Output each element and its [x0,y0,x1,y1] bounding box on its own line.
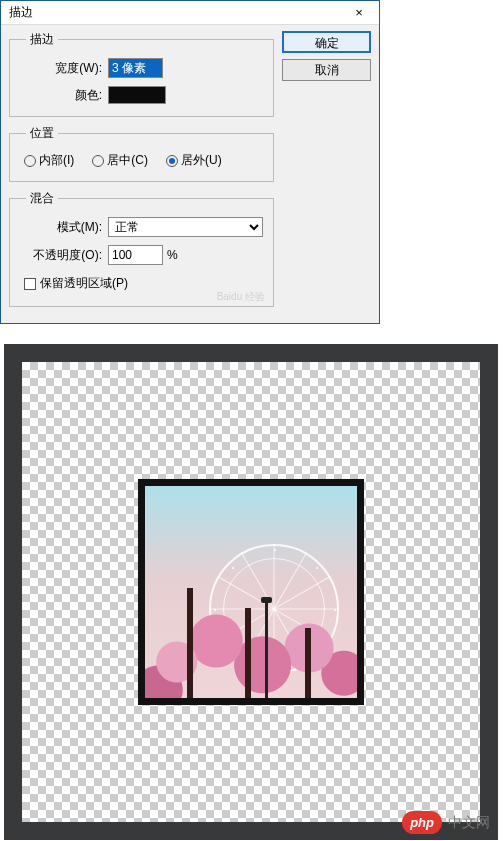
blend-group: 混合 模式(M): 正常 不透明度(O): % 保留透明区域(P) Baidu … [9,190,274,307]
radio-inside-label: 内部(I) [39,152,74,169]
stroke-dialog: 描边 × 描边 宽度(W): 颜色: 位置 内 [0,0,380,324]
image-tree-trunk [305,628,311,698]
radio-icon [92,155,104,167]
radio-icon [24,155,36,167]
stroked-image[interactable] [138,479,364,705]
opacity-unit: % [167,248,178,262]
radio-center-label: 居中(C) [107,152,148,169]
mode-row: 模式(M): 正常 [20,217,263,237]
position-legend: 位置 [26,125,58,142]
position-group: 位置 内部(I) 居中(C) 居外(U) [9,125,274,182]
footer-badge: php 中文网 [402,811,490,834]
dialog-right-column: 确定 取消 [282,31,371,315]
preserve-checkbox[interactable] [24,278,36,290]
opacity-input[interactable] [108,245,163,265]
radio-outside-label: 居外(U) [181,152,222,169]
preserve-row[interactable]: 保留透明区域(P) [20,273,263,294]
color-row: 颜色: [20,86,263,104]
radio-inside[interactable]: 内部(I) [24,152,74,169]
radio-outside[interactable]: 居外(U) [166,152,222,169]
close-button[interactable]: × [339,1,379,25]
radio-center[interactable]: 居中(C) [92,152,148,169]
canvas-checkerboard [22,362,480,822]
color-label: 颜色: [20,87,108,104]
color-swatch[interactable] [108,86,166,104]
stroke-legend: 描边 [26,31,58,48]
opacity-row: 不透明度(O): % [20,245,263,265]
canvas-viewport[interactable] [4,344,498,840]
cancel-button[interactable]: 取消 [282,59,371,81]
position-radio-row: 内部(I) 居中(C) 居外(U) [20,152,263,169]
footer-text: 中文网 [448,814,490,832]
image-blossoms [138,564,364,704]
ok-button[interactable]: 确定 [282,31,371,53]
image-tree-trunk [187,588,193,698]
titlebar[interactable]: 描边 × [1,1,379,25]
mode-select[interactable]: 正常 [108,217,263,237]
mode-label: 模式(M): [20,219,108,236]
radio-icon [166,155,178,167]
blend-legend: 混合 [26,190,58,207]
image-tree-trunk [245,608,251,698]
dialog-title: 描边 [9,4,339,21]
stroke-group: 描边 宽度(W): 颜色: [9,31,274,117]
opacity-label: 不透明度(O): [20,247,108,264]
dialog-left-column: 描边 宽度(W): 颜色: 位置 内部(I) [9,31,274,315]
image-lamp-post [265,603,268,698]
width-input[interactable] [108,58,163,78]
php-logo-badge: php [402,811,442,834]
preserve-label: 保留透明区域(P) [40,275,128,292]
width-row: 宽度(W): [20,58,263,78]
width-label: 宽度(W): [20,60,108,77]
dialog-body: 描边 宽度(W): 颜色: 位置 内部(I) [1,25,379,323]
